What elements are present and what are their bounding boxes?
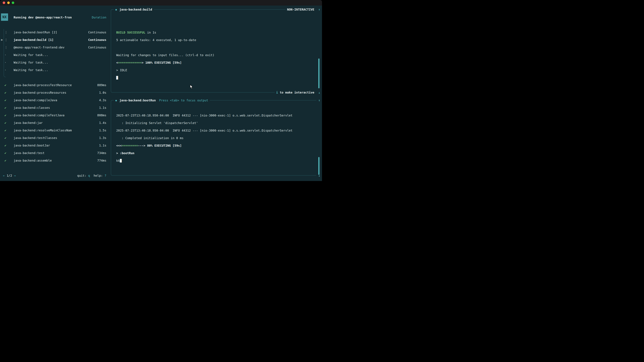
focus-output-hint: Press <tab> to focus output: [159, 98, 208, 102]
task-row[interactable]: ✔java-backend:test734ms: [0, 149, 109, 157]
build-pane-title-text: java-backend:build: [120, 8, 152, 11]
duration-column-header: Duration: [92, 15, 106, 19]
selection-cursor-icon: >: [1, 38, 3, 41]
task-row[interactable]: ⋮@mono-app/react-frontend:devContinuous: [0, 43, 109, 51]
make-interactive-hint: i to make interactive: [275, 89, 316, 96]
terminal-line: 5 actionable tasks: 4 executed, 1 up-to-…: [116, 36, 315, 44]
terminal-line: : Initializing Servlet 'dispatcherServle…: [116, 119, 315, 127]
check-icon: ✔: [4, 129, 6, 132]
page-right-icon[interactable]: →: [14, 174, 16, 177]
bootrun-terminal-output: 2025-07-23T13:40:18.950-04:00 INFO 44312…: [116, 112, 315, 164]
task-row[interactable]: ✔java-backend:bootJar1.1s: [0, 142, 109, 149]
task-sidebar: NX Running dev @mono-app/react-fron Dura…: [0, 5, 109, 181]
task-row[interactable]: ✔java-backend:resolveMainClassNam1.5s: [0, 126, 109, 134]
task-duration: 1.0s: [99, 91, 106, 94]
task-name: Waiting for task...: [14, 53, 105, 57]
task-state-icon: ·: [4, 61, 6, 64]
terminal-text: > :bootRun: [116, 151, 134, 155]
build-pane-scrollbar[interactable]: [318, 58, 320, 88]
help-key: ?: [104, 174, 106, 177]
running-task-list: ⋮java-backend:bootRun [2]Continuous>⋮jav…: [0, 28, 109, 74]
task-row[interactable]: ·Waiting for task...: [0, 66, 109, 74]
task-duration: 1.1s: [99, 144, 106, 147]
sidebar-footer: ← 1/2 → quit: q help: ?: [0, 172, 109, 179]
task-state-icon: ⋮: [4, 30, 8, 34]
task-row[interactable]: ✔java-backend:compileTestJava808ms: [0, 111, 109, 119]
page-left-icon[interactable]: ←: [3, 174, 5, 177]
terminal-line: BUILD SUCCESSFUL in 1s: [116, 29, 315, 36]
task-row[interactable]: ✔java-backend:processResources1.0s: [0, 89, 109, 96]
task-name: Waiting for task...: [14, 68, 105, 72]
task-list-header: Running dev @mono-app/react-fron Duratio…: [0, 13, 109, 21]
interactive-hint-key: i: [276, 91, 278, 94]
task-duration: Continuous: [88, 30, 106, 34]
task-name: java-backend:bootJar: [14, 144, 98, 147]
task-bullet-icon: ●: [116, 8, 117, 11]
task-duration: 1.5s: [99, 129, 106, 132]
task-row[interactable]: ✔java-backend:assemble774ms: [0, 157, 109, 164]
task-row[interactable]: ✔java-backend:testClasses1.3s: [0, 134, 109, 142]
terminal-text: : Completed initialization in 0 ms: [116, 136, 184, 140]
task-duration: 889ms: [97, 83, 106, 87]
task-name: java-backend:jar: [14, 121, 98, 124]
task-row[interactable]: ⋮java-backend:bootRun [2]Continuous: [0, 28, 109, 36]
quit-label: quit:: [77, 174, 88, 177]
task-duration: 808ms: [97, 113, 106, 117]
terminal-window: NX Running dev @mono-app/react-fron Dura…: [0, 0, 322, 181]
terminal-line: : Completed initialization in 0 ms: [116, 134, 315, 142]
terminal-line: > :bootRun: [116, 149, 315, 157]
task-row[interactable]: ✔java-backend:processTestResource889ms: [0, 81, 109, 89]
task-row[interactable]: ✔java-backend:jar1.4s: [0, 119, 109, 126]
check-icon: ✔: [4, 91, 6, 94]
task-name: java-backend:processTestResource: [14, 83, 96, 87]
check-icon: ✔: [4, 106, 6, 109]
build-pane-title: ● java-backend:build: [114, 6, 154, 13]
task-row[interactable]: ·Waiting for task...: [0, 51, 109, 59]
task-state-icon: ·: [4, 53, 6, 57]
task-duration: 1.4s: [99, 121, 106, 124]
close-button[interactable]: [3, 1, 5, 4]
pagination-label: 1/2: [5, 174, 14, 177]
check-icon: ✔: [4, 121, 6, 124]
task-name: java-backend:compileJava: [14, 98, 98, 102]
build-output-pane[interactable]: ● java-backend:build NON-INTERACTIVE BUI…: [111, 9, 316, 92]
task-state-icon: ⋮: [4, 38, 8, 41]
scroll-down-icon: ↓: [317, 89, 322, 96]
task-row[interactable]: ✔java-backend:classes1.1s: [0, 104, 109, 111]
check-icon: ✔: [4, 113, 6, 117]
terminal-text: <: [116, 61, 118, 64]
task-name: java-backend:build [1]: [14, 38, 87, 41]
task-row[interactable]: >⋮java-backend:build [1]Continuous: [0, 36, 109, 43]
task-name: java-backend:assemble: [14, 159, 96, 162]
terminal-line: > IDLE: [116, 66, 315, 74]
task-duration: 774ms: [97, 159, 106, 162]
build-terminal-output: BUILD SUCCESSFUL in 1s5 actionable tasks…: [116, 29, 315, 81]
bootrun-output-pane[interactable]: ● java-backend:bootRun Press <tab> to fo…: [111, 100, 316, 175]
terminal-text: kk: [116, 159, 120, 162]
scroll-up-icon: ↑: [317, 6, 322, 13]
minimize-button[interactable]: [7, 1, 10, 4]
task-duration: 1.1s: [99, 106, 106, 109]
terminal-text: BUILD SUCCESSFUL: [116, 31, 145, 34]
task-row[interactable]: ✔java-backend:compileJava4.3s: [0, 96, 109, 104]
terminal-text: 5 actionable tasks: 4 executed, 1 up-to-…: [116, 38, 196, 42]
terminal-text: =============: [118, 61, 142, 64]
mouse-cursor: [190, 85, 193, 89]
terminal-line: <<<=========---> 80% EXECUTING [59s]: [116, 142, 315, 149]
check-icon: ✔: [4, 159, 6, 162]
terminal-line: 2025-07-23T13:40:18.950-04:00 INFO 44312…: [116, 112, 315, 119]
zoom-button[interactable]: [12, 1, 14, 4]
bootrun-pane-scrollbar[interactable]: [318, 157, 320, 175]
task-name: java-backend:testClasses: [14, 136, 98, 140]
terminal-text: 80% EXECUTING [59s]: [145, 144, 182, 147]
terminal-text: : Initializing Servlet 'dispatcherServle…: [116, 121, 198, 125]
terminal-text: in 1s: [145, 31, 156, 34]
window-titlebar: [0, 0, 322, 5]
quit-key: q: [88, 174, 90, 177]
terminal-text: █: [116, 76, 118, 79]
task-name: java-backend:test: [14, 151, 96, 155]
task-name: java-backend:processResources: [14, 91, 98, 94]
task-row[interactable]: ·Waiting for task...: [0, 59, 109, 66]
terminal-line: kk█: [116, 157, 315, 164]
task-bullet-icon: ●: [116, 99, 117, 102]
